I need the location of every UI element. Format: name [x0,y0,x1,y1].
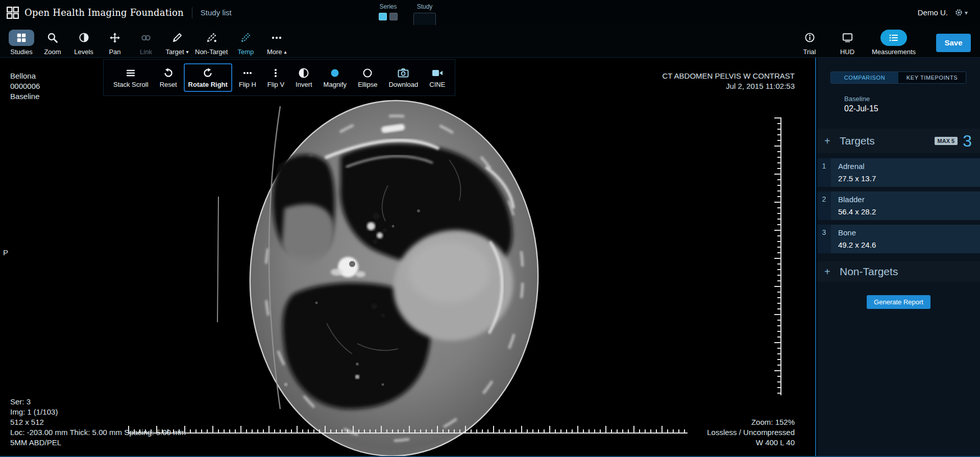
series-thumbnail-active[interactable] [379,13,387,20]
info-icon [797,30,823,46]
expand-plus-icon[interactable]: + [824,266,840,278]
main-toolbar: Studies Zoom Levels [0,25,980,58]
patient-name: Bellona [10,71,40,81]
target-number: 3 [817,225,831,253]
hud-icon [835,30,861,46]
target-measurement: 56.4 x 28.2 [838,207,876,216]
overlay-display-info: Zoom: 152% Lossless / Uncompressed W 400… [707,417,795,448]
tool-magnify[interactable]: Magnify [319,63,352,92]
header-divider [192,7,192,18]
target-row-bladder[interactable]: 2 Bladder 56.4 x 28.2 [817,191,980,220]
dots-h-icon [241,67,254,79]
horizontal-scale-ruler [128,426,688,434]
ohif-viewer-page: Open Health Imaging Foundation Study lis… [0,0,980,457]
compression-status: Lossless / Uncompressed [707,427,795,438]
target-pencil-icon [164,30,190,46]
toolbar-non-target-button[interactable]: Non-Target [195,27,228,56]
expand-plus-icon[interactable]: + [824,135,840,147]
timepoint-block: Baseline 02-Jul-15 [844,95,980,113]
tool-flip-h[interactable]: Flip H [234,63,261,92]
image-resolution: 512 x 512 [10,417,186,427]
ellipsis-icon [263,30,290,46]
tool-ellipse[interactable]: Ellipse [353,63,382,92]
toolbar-temp-button[interactable]: Temp [232,27,259,56]
patient-id: 0000006 [10,81,40,91]
series-thumbnail[interactable] [389,13,398,20]
tool-rotate-right[interactable]: Rotate Right [184,63,232,92]
max-targets-badge: MAX 5 [935,137,958,145]
save-button[interactable]: Save [936,34,971,52]
camera-icon [397,67,409,79]
tool-stack-scroll[interactable]: Stack Scroll [109,63,153,92]
gear-icon[interactable]: ▾ [954,8,968,17]
toolbar-pan-button[interactable]: Pan [102,27,128,56]
series-label: Series [379,3,398,10]
study-description: CT ABDOMEN PELVIS W CONTRAST [663,71,795,81]
contrast-icon [71,30,97,46]
magnifier-icon [39,30,66,46]
target-name: Bladder [838,195,876,204]
toolbar-hud-button[interactable]: HUD [834,27,861,56]
toolbar-trial-button[interactable]: Trial [796,27,823,56]
toolbar-studies-button[interactable]: Studies [8,27,35,56]
tool-reset[interactable]: Reset [155,63,182,92]
target-number: 1 [817,158,831,187]
target-row-bone[interactable]: 3 Bone 49.2 x 24.6 [817,225,980,253]
study-datetime: Jul 2, 2015 11:02:53 [663,81,795,91]
timepoint-date: 02-Jul-15 [844,104,980,113]
non-targets-title: Non-Targets [840,266,898,278]
chevron-down-icon: ▾ [186,49,189,55]
toolbar-more-button[interactable]: More ▴ [263,27,290,56]
target-name: Adrenal [838,162,876,171]
move-arrows-icon [102,30,128,46]
targets-section-header[interactable]: + Targets MAX 5 3 [817,129,980,153]
sidebar-tabs: COMPARISON KEY TIMEPOINTS [830,71,966,84]
targets-count: 3 [963,133,972,149]
chevron-down-icon: ▾ [965,9,968,16]
app-logo[interactable]: Open Health Imaging Foundation [6,6,184,19]
filled-circle-icon [329,67,341,79]
app-title: Open Health Imaging Foundation [24,7,184,18]
circle-outline-icon [361,67,374,79]
ohif-grid-logo-icon [6,6,19,19]
toolbar-target-button[interactable]: Target ▾ [164,27,190,56]
series-description: 5MM ABD/PEL [10,438,186,448]
targets-list: 1 Adrenal 27.5 x 13.7 2 Bladder 56.4 x 2… [817,158,980,253]
toolbar-link-button[interactable]: Link [133,27,159,56]
toolbar-zoom-button[interactable]: Zoom [39,27,66,56]
target-row-adrenal[interactable]: 1 Adrenal 27.5 x 13.7 [817,158,980,187]
rotate-right-icon [202,67,214,79]
temp-pencil-icon [233,30,259,46]
toolbar-measurements-button[interactable]: Measurements [872,27,916,56]
timepoint-label: Baseline [844,95,980,103]
toolbar-levels-button[interactable]: Levels [70,27,97,56]
generate-report-button[interactable]: Generate Report [867,295,930,309]
overlay-image-info: Ser: 3 Img: 1 (1/103) 512 x 512 Loc: -20… [10,397,186,448]
overlay-patient-info: Bellona 0000006 Baseline [10,71,40,102]
user-name[interactable]: Demo U. [918,8,948,17]
tool-download[interactable]: Download [384,63,423,92]
video-icon [431,67,444,79]
window-level: W 400 L 40 [707,438,795,448]
study-list-link[interactable]: Study list [201,8,232,17]
non-targets-section-header[interactable]: + Non-Targets [817,261,980,282]
ct-viewport[interactable]: Bellona 0000006 Baseline CT ABDOMEN PELV… [0,58,816,457]
target-measurement: 27.5 x 13.7 [838,174,876,183]
bars-icon [125,67,137,79]
tool-invert[interactable]: Invert [291,63,317,92]
tool-cine[interactable]: CINE [425,63,450,92]
tab-comparison[interactable]: COMPARISON [831,72,898,83]
tool-flip-v[interactable]: Flip V [263,63,289,92]
tab-key-timepoints[interactable]: KEY TIMEPOINTS [898,72,966,83]
list-icon [880,30,907,46]
invert-icon [298,67,310,79]
dots-v-icon [270,67,282,79]
targets-title: Targets [840,135,875,147]
series-number: Ser: 3 [10,397,186,407]
link-icon [133,30,159,46]
grid-icon [9,30,34,46]
target-measurement: 49.2 x 24.6 [838,240,876,249]
zoom-level: Zoom: 152% [707,417,795,427]
orientation-marker: P [3,248,8,258]
timepoint-name: Baseline [10,91,40,102]
